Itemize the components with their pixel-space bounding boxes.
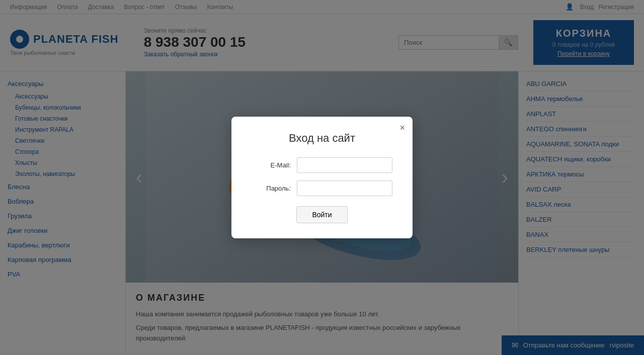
email-input[interactable] (297, 157, 392, 173)
password-label: Пароль: (252, 185, 291, 192)
email-label: E-Mail: (252, 161, 291, 169)
modal-close-button[interactable]: × (399, 123, 405, 133)
modal-overlay[interactable]: × Вход на сайт E-Mail: Пароль: Войти (0, 0, 644, 353)
email-row: E-Mail: (252, 157, 392, 173)
password-row: Пароль: (252, 181, 392, 196)
password-input[interactable] (297, 181, 392, 196)
modal-title: Вход на сайт (252, 132, 392, 145)
login-submit-button[interactable]: Войти (296, 206, 347, 223)
login-modal: × Вход на сайт E-Mail: Пароль: Войти (231, 117, 413, 238)
